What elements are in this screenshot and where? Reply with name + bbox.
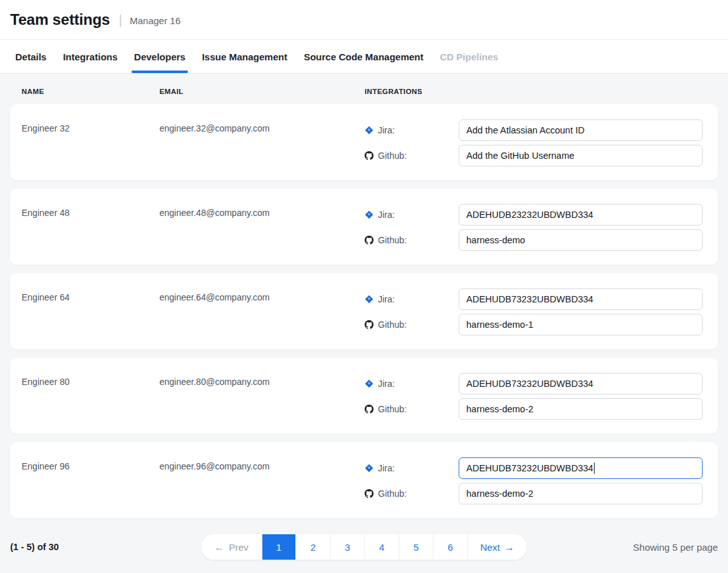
table-row: Engineer 32 engineer.32@company.com Jira… [10,104,718,180]
integrations-cell: Jira: ADEHUDB73232UBDWBD334 Github: harn… [365,457,703,504]
jira-account-id-input[interactable]: ADEHUDB73232UBDWBD334 [459,373,703,394]
github-mark-icon [365,405,374,414]
developer-email: engineer.80@company.com [159,373,365,386]
column-header-integrations: INTEGRATIONS [365,88,718,95]
developer-name: Engineer 96 [22,457,159,471]
github-integration-row: Github: harness-demo-2 [365,398,703,420]
jira-diamond-icon [365,295,374,304]
github-integration-row: Github: harness-demo-2 [365,483,703,504]
page-button-1[interactable]: 1 [261,534,295,560]
jira-label: Jira: [365,463,459,473]
page-button-2[interactable]: 2 [295,534,330,560]
github-label: Github: [365,151,459,161]
developer-name: Engineer 48 [22,204,159,217]
github-integration-row: Github: Add the GitHub Username [365,145,703,166]
tab-details[interactable]: Details [7,40,55,73]
github-username-input[interactable]: harness-demo [459,229,703,251]
jira-account-id-input[interactable]: ADEHUDB23232UBDWBD334 [459,204,703,226]
jira-input-value: Add the Atlassian Account ID [466,125,584,135]
developer-name: Engineer 80 [22,373,159,386]
jira-input-value: ADEHUDB73232UBDWBD334 [466,463,593,473]
prev-label: Prev [229,542,248,553]
left-arrow-icon: ← [214,542,224,553]
jira-label-text: Jira: [378,210,394,220]
text-caret [594,462,595,474]
github-input-value: harness-demo [466,235,525,245]
jira-label: Jira: [365,379,459,389]
github-label-text: Github: [378,320,407,330]
pagination-bar: (1 - 5) of 30 ← Prev 1 2 3 4 5 6 Next → … [10,534,718,560]
jira-label-text: Jira: [378,463,394,473]
github-mark-icon [365,489,374,498]
integrations-cell: Jira: ADEHUDB73232UBDWBD334 Github: harn… [365,373,703,420]
jira-integration-row: Jira: Add the Atlassian Account ID [365,119,703,141]
jira-label: Jira: [365,294,459,304]
developer-name: Engineer 64 [22,288,159,302]
jira-input-value: ADEHUDB73232UBDWBD334 [466,294,593,304]
developer-email: engineer.96@company.com [159,457,365,471]
integrations-cell: Jira: Add the Atlassian Account ID Githu… [365,119,703,166]
tab-issue-management[interactable]: Issue Management [194,40,295,73]
tab-source-code-management[interactable]: Source Code Management [295,40,431,73]
jira-label-text: Jira: [378,379,394,389]
github-username-input[interactable]: harness-demo-2 [459,483,703,504]
jira-integration-row: Jira: ADEHUDB23232UBDWBD334 [365,204,703,226]
tab-integrations[interactable]: Integrations [55,40,126,73]
github-label: Github: [365,235,459,245]
prev-page-button[interactable]: ← Prev [201,534,261,560]
per-page-text: Showing 5 per page [527,542,718,553]
developers-table: NAME EMAIL INTEGRATIONS Engineer 32 engi… [0,74,728,560]
jira-label-text: Jira: [378,125,394,135]
jira-diamond-icon [365,210,374,219]
title-divider: | [119,13,122,27]
tab-cd-pipelines: CD Pipelines [432,40,507,73]
column-header-name: NAME [22,88,159,95]
jira-account-id-input[interactable]: ADEHUDB73232UBDWBD334 [459,288,703,310]
table-row: Engineer 96 engineer.96@company.com Jira… [10,442,718,518]
jira-account-id-input-focused[interactable]: ADEHUDB73232UBDWBD334 [459,457,703,479]
developer-email: engineer.48@company.com [159,204,365,217]
page-button-5[interactable]: 5 [398,534,433,560]
jira-label: Jira: [365,125,459,135]
github-username-input[interactable]: harness-demo-1 [459,314,703,335]
github-label-text: Github: [378,235,407,245]
github-label-text: Github: [378,151,407,161]
table-row: Engineer 64 engineer.64@company.com Jira… [10,273,718,349]
developer-name: Engineer 32 [22,119,159,133]
page-button-4[interactable]: 4 [364,534,398,560]
github-input-value: harness-demo-2 [466,404,534,414]
table-header-row: NAME EMAIL INTEGRATIONS [10,74,718,104]
jira-diamond-icon [365,464,374,473]
developer-email: engineer.64@company.com [159,288,365,302]
github-label: Github: [365,404,459,414]
github-label-text: Github: [378,489,407,499]
github-username-input[interactable]: harness-demo-2 [459,398,703,420]
result-count: (1 - 5) of 30 [10,542,201,552]
tab-developers[interactable]: Developers [126,40,194,73]
github-mark-icon [365,320,374,329]
github-mark-icon [365,151,374,160]
github-input-value: harness-demo-1 [466,320,534,330]
jira-integration-row: Jira: ADEHUDB73232UBDWBD334 [365,288,703,310]
jira-account-id-input[interactable]: Add the Atlassian Account ID [459,119,703,141]
github-integration-row: Github: harness-demo-1 [365,314,703,335]
github-label: Github: [365,489,459,499]
page-button-3[interactable]: 3 [330,534,364,560]
next-page-button[interactable]: Next → [467,534,527,560]
page-title: Team settings [10,11,110,29]
github-mark-icon [365,236,374,245]
next-label: Next [480,542,500,553]
integrations-cell: Jira: ADEHUDB23232UBDWBD334 Github: harn… [365,204,703,251]
integrations-cell: Jira: ADEHUDB73232UBDWBD334 Github: harn… [365,288,703,335]
table-row: Engineer 80 engineer.80@company.com Jira… [10,358,718,434]
jira-diamond-icon [365,379,374,388]
table-row: Engineer 48 engineer.48@company.com Jira… [10,189,718,265]
jira-diamond-icon [365,126,374,135]
column-header-email: EMAIL [159,88,365,95]
github-integration-row: Github: harness-demo [365,229,703,251]
tab-bar: Details Integrations Developers Issue Ma… [0,40,728,74]
github-username-input[interactable]: Add the GitHub Username [459,145,703,166]
developer-email: engineer.32@company.com [159,119,365,133]
pager: ← Prev 1 2 3 4 5 6 Next → [201,534,527,560]
page-button-6[interactable]: 6 [433,534,467,560]
